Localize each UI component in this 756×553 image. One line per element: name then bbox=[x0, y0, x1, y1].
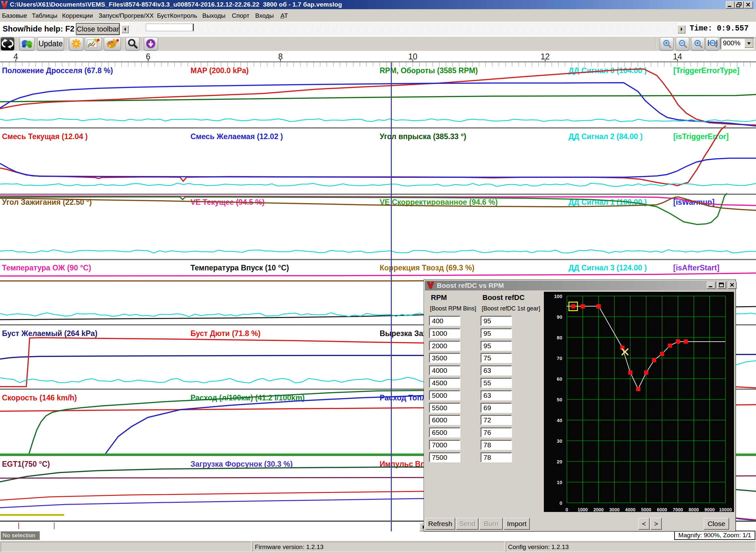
svg-text:5000: 5000 bbox=[641, 507, 651, 512]
svg-text:100: 100 bbox=[554, 293, 562, 299]
svg-text:90: 90 bbox=[557, 314, 562, 320]
svg-text:80: 80 bbox=[557, 335, 562, 340]
svg-text:50: 50 bbox=[557, 397, 562, 402]
svg-text:7000: 7000 bbox=[673, 507, 683, 512]
svg-text:8000: 8000 bbox=[689, 507, 699, 512]
svg-text:70: 70 bbox=[557, 356, 562, 361]
svg-text:40: 40 bbox=[557, 417, 562, 423]
svg-text:10: 10 bbox=[557, 479, 562, 485]
svg-text:10000: 10000 bbox=[719, 507, 732, 512]
svg-text:20: 20 bbox=[557, 459, 562, 464]
svg-text:3000: 3000 bbox=[609, 507, 619, 512]
svg-text:6000: 6000 bbox=[657, 507, 667, 512]
svg-text:60: 60 bbox=[557, 376, 562, 382]
svg-text:2000: 2000 bbox=[594, 507, 604, 512]
svg-text:1000: 1000 bbox=[578, 507, 588, 512]
svg-text:0: 0 bbox=[565, 507, 568, 512]
svg-text:9000: 9000 bbox=[704, 507, 714, 512]
svg-text:30: 30 bbox=[557, 438, 562, 444]
svg-text:4000: 4000 bbox=[625, 507, 635, 512]
svg-text:0: 0 bbox=[560, 500, 562, 506]
